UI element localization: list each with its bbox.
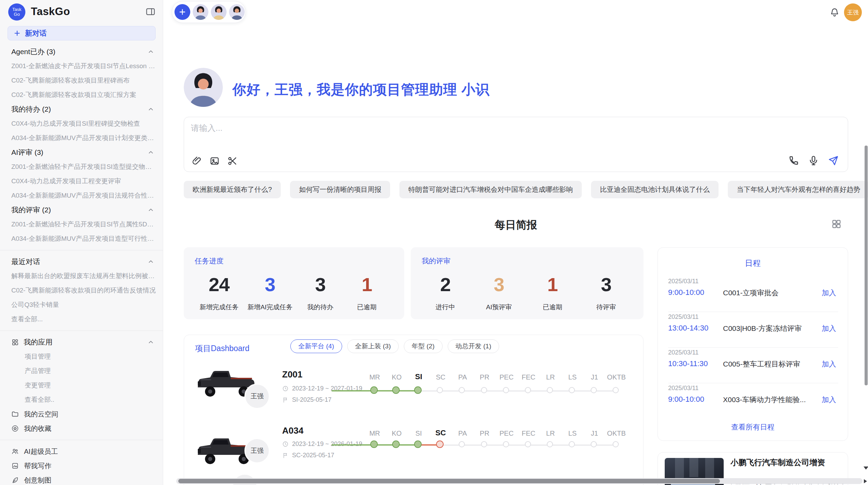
milestone-dot-j1[interactable]	[591, 441, 597, 447]
milestone-dot-ls[interactable]	[569, 387, 575, 393]
milestone-dot-j1[interactable]	[591, 387, 597, 393]
sidebar-task-item[interactable]: A034-全新新能源MUV产品开发项目法规符合性评审	[0, 188, 163, 203]
sidebar-task-item[interactable]: C02-飞腾新能源轻客改款项目里程碑画布	[0, 73, 163, 88]
notification-bell-icon[interactable]	[830, 7, 840, 17]
sidebar-task-item[interactable]: Z001-全新燃油皮卡产品开发项目SI节点Lesson Learn报告	[0, 59, 163, 73]
scroll-down-arrow[interactable]	[864, 467, 868, 470]
sidebar-task-item[interactable]: Z001-全新燃油轻卡产品开发项目SI造型提交物评审	[0, 160, 163, 174]
sidebar-task-item[interactable]: Z001-全新燃油轻卡产品开发项目SI节点属性5D文件评审	[0, 217, 163, 232]
sidebar-section-header-3[interactable]: 我的评审 (2)	[0, 203, 163, 217]
join-meeting-link[interactable]: 加入	[822, 395, 836, 405]
sidebar-item-star[interactable]: 我的收藏	[0, 421, 163, 436]
microphone-icon[interactable]	[808, 155, 819, 166]
sidebar-my-apps-header[interactable]: 我的应用	[0, 335, 163, 349]
milestone-dot-pa[interactable]	[459, 387, 465, 393]
chat-input[interactable]	[191, 123, 774, 150]
sidebar-task-item[interactable]: C0X4-动力总成开发项目SI里程碑提交物检查	[0, 116, 163, 131]
dashboard-tab-3[interactable]: 年型 (2)	[404, 339, 443, 353]
sidebar-task-item[interactable]: A034-全新新能源MUV产品开发项目计划变更类编写	[0, 131, 163, 145]
view-all-schedule-link[interactable]: 查看所有日程	[658, 422, 848, 432]
milestone-dot-sc[interactable]	[436, 440, 444, 448]
suggestion-chip-1[interactable]: 欧洲新规最近颁布了什么?	[184, 181, 281, 198]
horizontal-scrollbar-thumb[interactable]	[178, 479, 720, 483]
sidebar-recent-chat-item[interactable]: C02-飞腾新能源轻客改款项目的闭环通告反馈情况	[0, 283, 163, 298]
new-agent-button[interactable]	[174, 4, 190, 20]
sidebar-app-item[interactable]: 产品管理	[0, 364, 163, 378]
suggestion-chip-2[interactable]: 如何写一份清晰的项目周报	[290, 181, 390, 198]
chevron-up-icon[interactable]	[147, 149, 154, 156]
milestone-dot-si[interactable]	[414, 440, 422, 448]
milestone-dot-pr[interactable]	[481, 387, 487, 393]
chevron-up-icon[interactable]	[147, 207, 154, 213]
collapse-panel-icon[interactable]	[145, 7, 156, 17]
sidebar-recent-chat-item[interactable]: 公司Q3轻卡销量	[0, 298, 163, 312]
milestone-dot-pr[interactable]	[481, 441, 487, 447]
sidebar-app-item[interactable]: 变更管理	[0, 378, 163, 393]
milestone-dot-fec[interactable]	[525, 441, 531, 447]
schedule-date: 2025/03/11	[668, 278, 699, 285]
milestone-dot-pec[interactable]	[503, 387, 509, 393]
milestone-dot-oktb[interactable]	[613, 441, 619, 447]
new-chat-button[interactable]: 新对话	[8, 26, 156, 40]
sidebar-view-all-chats[interactable]: 查看全部...	[0, 312, 163, 326]
screenshot-icon[interactable]	[227, 156, 238, 166]
join-meeting-link[interactable]: 加入	[822, 288, 836, 298]
sidebar-recent-chat-item[interactable]: 解释最新出台的欧盟报废车法规再生塑料比例被调至15%...	[0, 269, 163, 283]
schedule-title: 日程	[658, 258, 848, 269]
milestone-dot-sc[interactable]	[437, 387, 443, 393]
milestone-dot-ko[interactable]	[392, 386, 400, 394]
sidebar-section-header-2-label: AI评审 (3)	[11, 148, 43, 157]
milestone-dot-mr[interactable]	[370, 440, 378, 448]
agent-avatar-3[interactable]	[229, 4, 245, 20]
milestone-dot-lr[interactable]	[547, 387, 553, 393]
sidebar-task-item[interactable]: C02-飞腾新能源轻客改款项目立项汇报方案	[0, 88, 163, 102]
milestone-dot-lr[interactable]	[547, 441, 553, 447]
sidebar-section-header-1[interactable]: 我的待办 (2)	[0, 102, 163, 116]
user-avatar[interactable]: 王强	[844, 3, 862, 21]
chevron-up-icon[interactable]	[147, 48, 154, 55]
dashboard-tab-1[interactable]: 全新平台 (4)	[290, 339, 342, 353]
milestone-dot-ls[interactable]	[569, 441, 575, 447]
sidebar-tool-write[interactable]: 帮我写作	[0, 459, 163, 473]
logo-text-top: Task	[12, 7, 22, 12]
sidebar-item-folder[interactable]: 我的云空间	[0, 407, 163, 421]
voice-call-icon[interactable]	[788, 155, 799, 166]
sidebar-recent-chats-header[interactable]: 最近对话	[0, 254, 163, 269]
dashboard-tab-4[interactable]: 动总开发 (1)	[448, 339, 499, 353]
suggestion-chip-4[interactable]: 比亚迪全固态电池计划具体说了什么	[591, 181, 719, 198]
milestone-dot-pa[interactable]	[459, 441, 465, 447]
scroll-right-arrow[interactable]	[864, 479, 867, 483]
chevron-up-icon[interactable]	[147, 339, 154, 346]
suggestion-chip-5[interactable]: 当下年轻人对汽车外观有怎样的喜好趋势	[728, 181, 868, 198]
sidebar-task-item[interactable]: C0X4-动力总成开发项目工程变更评审	[0, 174, 163, 188]
sidebar-task-item[interactable]: A034-全新新能源MUV产品开发项目造型可行性评审	[0, 232, 163, 246]
milestone-dot-oktb[interactable]	[613, 387, 619, 393]
sidebar-tool-people[interactable]: AI超级员工	[0, 444, 163, 459]
sidebar-app-item[interactable]: 项目管理	[0, 349, 163, 364]
milestone-dot-mr[interactable]	[370, 386, 378, 394]
milestone-dot-pec[interactable]	[503, 441, 509, 447]
dashboard-tab-2[interactable]: 全新上装 (3)	[347, 339, 399, 353]
agent-avatar-2[interactable]	[211, 4, 227, 20]
sidebar-tool-pen[interactable]: 创意制图	[0, 473, 163, 485]
suggestion-chip-3[interactable]: 特朗普可能对进口汽车增税会对中国车企造成哪些影响	[399, 181, 582, 198]
sidebar-section-header-0[interactable]: Agent已办 (3)	[0, 45, 163, 59]
milestone-dot-si[interactable]	[414, 386, 422, 394]
send-icon[interactable]	[828, 155, 839, 166]
join-meeting-link[interactable]: 加入	[822, 359, 836, 369]
sidebar-section-header-2[interactable]: AI评审 (3)	[0, 145, 163, 160]
attach-file-icon[interactable]	[192, 156, 202, 166]
stat-row: 2进行中3AI预评审1已逾期3待评审	[422, 272, 630, 312]
milestone-dot-ko[interactable]	[392, 440, 400, 448]
brief-layout-grid-icon[interactable]	[831, 219, 842, 229]
input-attachment-tools	[192, 156, 238, 166]
join-meeting-link[interactable]: 加入	[822, 324, 836, 333]
agent-avatar-1[interactable]	[193, 4, 208, 20]
vertical-scrollbar-thumb[interactable]	[865, 146, 868, 385]
horizontal-scrollbar[interactable]	[176, 478, 863, 484]
chevron-up-icon[interactable]	[147, 106, 154, 113]
sidebar-view-all-apps[interactable]: 查看全部..	[0, 393, 163, 407]
chevron-up-icon[interactable]	[147, 258, 154, 265]
attach-image-icon[interactable]	[209, 156, 220, 166]
milestone-dot-fec[interactable]	[525, 387, 531, 393]
